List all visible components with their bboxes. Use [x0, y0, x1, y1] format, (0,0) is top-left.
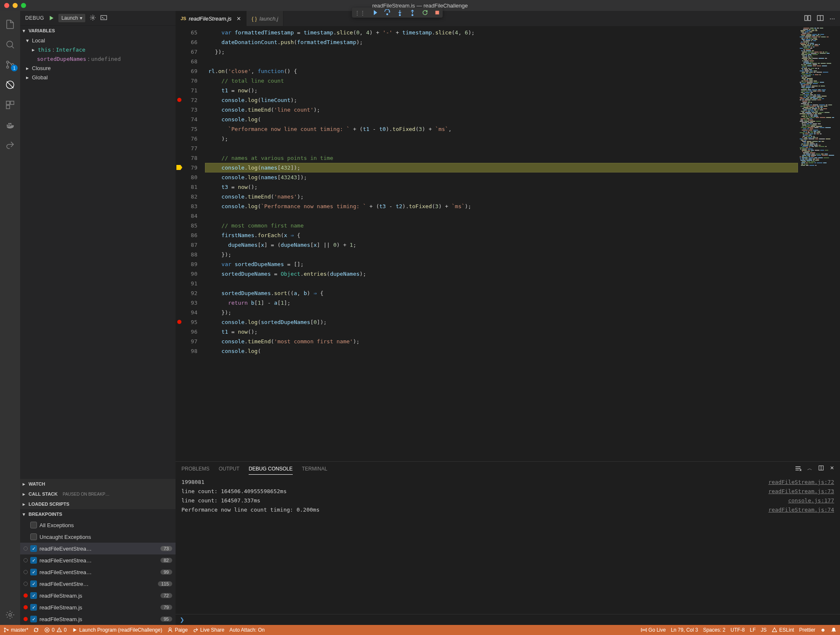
code-line[interactable]: });: [205, 47, 798, 57]
scope-local[interactable]: ▾Local: [20, 36, 176, 45]
breakpoints-section-header[interactable]: ▾BREAKPOINTS: [20, 509, 176, 519]
gutter-line[interactable]: 83: [176, 201, 197, 211]
sb-cursor-pos[interactable]: Ln 79, Col 3: [671, 627, 698, 633]
code-line[interactable]: var sortedDupeNames = [];: [205, 259, 798, 269]
close-panel-icon[interactable]: ✕: [830, 465, 834, 473]
code-editor[interactable]: 6566676869707172737475767778798081828384…: [176, 26, 840, 461]
console-source-link[interactable]: readFileStream.js:74: [768, 505, 834, 515]
gutter-line[interactable]: 72: [176, 95, 197, 105]
activity-docker[interactable]: [0, 115, 20, 135]
code-line[interactable]: console.log(: [205, 346, 798, 356]
code-line[interactable]: [205, 211, 798, 221]
code-line[interactable]: t1 = now();: [205, 86, 798, 95]
code-line[interactable]: console.log(names[432]);: [205, 163, 798, 172]
gutter-line[interactable]: 92: [176, 288, 197, 298]
breakpoint-row[interactable]: ✓readFileEventStrea…73: [20, 543, 176, 554]
gutter-line[interactable]: 84: [176, 211, 197, 221]
debug-toolbar[interactable]: ⋮⋮: [352, 8, 443, 18]
var-this[interactable]: ▸ this: Interface: [20, 45, 176, 54]
gutter-line[interactable]: 77: [176, 144, 197, 153]
code-line[interactable]: firstNames.forEach(x ⇒ {: [205, 230, 798, 240]
code-line[interactable]: t1 = now();: [205, 327, 798, 337]
activity-explorer[interactable]: [0, 14, 20, 34]
tab-readfilestream[interactable]: JS readFileStream.js ✕: [176, 11, 247, 26]
gutter-line[interactable]: 65: [176, 28, 197, 37]
gutter-line[interactable]: 89: [176, 259, 197, 269]
code-line[interactable]: // total line count: [205, 76, 798, 86]
code-line[interactable]: console.log(sortedDupeNames[0]);: [205, 317, 798, 327]
step-over-icon[interactable]: [384, 9, 391, 16]
sb-bell-icon[interactable]: [831, 627, 837, 633]
gutter-line[interactable]: 97: [176, 337, 197, 346]
loaded-scripts-section-header[interactable]: ▸LOADED SCRIPTS: [20, 499, 176, 509]
gutter-line[interactable]: 81: [176, 182, 197, 192]
code-line[interactable]: sortedDupeNames.sort((a, b) ⇒ {: [205, 288, 798, 298]
watch-section-header[interactable]: ▸WATCH: [20, 479, 176, 489]
code-line[interactable]: rl.on('close', function() {: [205, 66, 798, 76]
code-line[interactable]: var formattedTimestamp = timestamp.slice…: [205, 28, 798, 37]
breakpoint-special-row[interactable]: Uncaught Exceptions: [20, 531, 176, 543]
code-line[interactable]: [205, 144, 798, 153]
window-minimize[interactable]: [13, 3, 18, 8]
drag-grip-icon[interactable]: ⋮⋮: [354, 10, 365, 16]
sb-prettier[interactable]: Prettier: [799, 627, 816, 633]
debug-console-icon[interactable]: [100, 14, 107, 22]
tab-close-icon[interactable]: ✕: [236, 16, 241, 22]
code-line[interactable]: // names at various points in time: [205, 153, 798, 163]
code-line[interactable]: dateDonationCount.push(formattedTimestam…: [205, 37, 798, 47]
gutter-line[interactable]: 80: [176, 172, 197, 182]
gutter-line[interactable]: 98: [176, 346, 197, 356]
console-source-link[interactable]: readFileStream.js:73: [768, 487, 834, 496]
breakpoint-row[interactable]: ✓readFileEventStre…115: [20, 578, 176, 590]
sb-errors[interactable]: 0 0: [44, 627, 66, 633]
gutter-line[interactable]: 96: [176, 327, 197, 337]
gutter-line[interactable]: 68: [176, 57, 197, 66]
start-debug-icon[interactable]: [48, 15, 54, 21]
debug-config-select[interactable]: Launch ▾: [58, 14, 85, 22]
step-out-icon[interactable]: [409, 9, 416, 16]
clear-console-icon[interactable]: [795, 465, 801, 473]
sb-spaces[interactable]: Spaces: 2: [703, 627, 725, 633]
breakpoint-row[interactable]: ✓readFileStream.js72: [20, 590, 176, 601]
breakpoint-icon[interactable]: [177, 320, 181, 324]
scope-closure[interactable]: ▸Closure: [20, 63, 176, 73]
panel-tab-problems[interactable]: PROBLEMS: [181, 463, 210, 474]
sb-branch[interactable]: master*: [3, 627, 28, 633]
continue-icon[interactable]: [371, 9, 378, 16]
gutter-line[interactable]: 90: [176, 269, 197, 279]
code-line[interactable]: console.log(lineCount);: [205, 95, 798, 105]
sb-liveshare[interactable]: Live Share: [193, 627, 224, 633]
checkbox-icon[interactable]: [30, 533, 37, 540]
breakpoint-icon[interactable]: [177, 98, 181, 102]
code-line[interactable]: `Performance now line count timing: ` + …: [205, 124, 798, 134]
variables-section-header[interactable]: ▾VARIABLES: [20, 26, 176, 36]
gutter-line[interactable]: 86: [176, 230, 197, 240]
gutter-line[interactable]: 67: [176, 47, 197, 57]
breakpoint-special-row[interactable]: All Exceptions: [20, 519, 176, 531]
sb-auto-attach[interactable]: Auto Attach: On: [229, 627, 265, 633]
code-line[interactable]: console.timeEnd('most common first name'…: [205, 337, 798, 346]
sb-launch[interactable]: Launch Program (readFileChallenge): [72, 627, 162, 633]
debug-console-input[interactable]: ❯: [176, 614, 840, 625]
sb-feedback-icon[interactable]: ☻: [820, 627, 826, 633]
sb-user[interactable]: Paige: [167, 627, 188, 633]
activity-liveshare[interactable]: [0, 135, 20, 155]
gutter-line[interactable]: 87: [176, 240, 197, 250]
activity-search[interactable]: [0, 34, 20, 55]
code-line[interactable]: sortedDupeNames = Object.entries(dupeNam…: [205, 269, 798, 279]
gutter-line[interactable]: 74: [176, 115, 197, 124]
gutter-line[interactable]: 85: [176, 221, 197, 230]
code-line[interactable]: return b[1] - a[1];: [205, 298, 798, 308]
checkbox-icon[interactable]: ✓: [30, 557, 37, 564]
breakpoint-row[interactable]: ✓readFileStream.js79: [20, 601, 176, 613]
code-line[interactable]: [205, 57, 798, 66]
gutter-line[interactable]: 91: [176, 279, 197, 288]
checkbox-icon[interactable]: ✓: [30, 545, 37, 552]
gutter-line[interactable]: 73: [176, 105, 197, 115]
code-line[interactable]: console.log(: [205, 115, 798, 124]
sb-lang[interactable]: JS: [761, 627, 766, 633]
activity-settings[interactable]: [0, 605, 20, 625]
minimap[interactable]: [798, 26, 840, 461]
gutter-line[interactable]: 70: [176, 76, 197, 86]
sb-golive[interactable]: Go Live: [641, 627, 666, 633]
